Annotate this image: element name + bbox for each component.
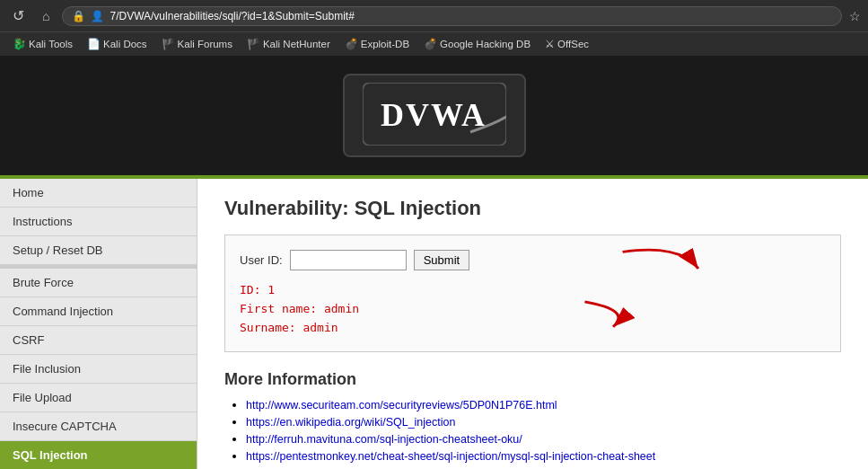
sidebar-item-csrf[interactable]: CSRF <box>0 326 197 355</box>
browser-chrome: ↺ ⌂ 🔒 👤 ☆ <box>0 0 868 31</box>
more-info-section: More Information http://www.securiteam.c… <box>224 370 841 469</box>
sidebar-item-home[interactable]: Home <box>0 179 197 208</box>
sidebar-item-file-inclusion[interactable]: File Inclusion <box>0 355 197 384</box>
svg-text:DVWA: DVWA <box>381 97 487 133</box>
home-button[interactable]: ⌂ <box>37 7 55 25</box>
sidebar-item-insecure-captcha[interactable]: Insecure CAPTCHA <box>0 412 197 441</box>
submit-button[interactable]: Submit <box>414 250 469 270</box>
back-button[interactable]: ↺ <box>7 5 30 26</box>
info-link-2[interactable]: https://en.wikipedia.org/wiki/SQL_inject… <box>246 416 455 429</box>
sidebar-item-instructions[interactable]: Instructions <box>0 208 197 236</box>
exploit-db-label: Exploit-DB <box>361 39 409 49</box>
info-link-1[interactable]: http://www.securiteam.com/securityreview… <box>246 399 557 411</box>
google-hacking-db-label: Google Hacking DB <box>440 39 530 49</box>
address-bar: 🔒 👤 <box>62 6 842 26</box>
google-hacking-db-icon: 💣 <box>424 38 437 50</box>
list-item: http://ferruh.mavituna.com/sql-injection… <box>246 432 841 446</box>
kali-nethunter-icon: 🏴 <box>247 38 260 50</box>
kali-nethunter-label: Kali NetHunter <box>263 39 330 49</box>
more-info-title: More Information <box>224 370 841 389</box>
exploit-db-icon: 💣 <box>345 38 358 50</box>
kali-forums-label: Kali Forums <box>178 39 232 49</box>
more-info-list: http://www.securiteam.com/securityreview… <box>224 398 841 469</box>
bookmarks-bar: 🐉 Kali Tools 📄 Kali Docs 🏴 Kali Forums 🏴… <box>0 31 868 56</box>
info-link-4[interactable]: https://pentestmonkey.net/cheat-sheet/sq… <box>246 450 655 463</box>
sidebar-item-brute-force[interactable]: Brute Force <box>0 269 197 297</box>
user-icon: 👤 <box>91 10 104 22</box>
bookmark-kali-docs[interactable]: 📄 Kali Docs <box>82 36 153 52</box>
user-id-input[interactable] <box>290 250 407 270</box>
content-area: Vulnerability: SQL Injection User ID: Su… <box>197 179 868 469</box>
list-item: https://en.wikipedia.org/wiki/SQL_inject… <box>246 415 841 429</box>
kali-docs-icon: 📄 <box>87 38 101 50</box>
list-item: https://pentestmonkey.net/cheat-sheet/sq… <box>246 449 841 463</box>
sidebar-item-sql-injection[interactable]: SQL Injection <box>0 441 197 469</box>
security-icon: 🔒 <box>72 10 85 22</box>
dvwa-header: DVWA <box>0 56 868 179</box>
result-line-2: First name: admin <box>240 300 826 319</box>
offsec-label: OffSec <box>557 39 589 49</box>
sidebar-item-command-injection[interactable]: Command Injection <box>0 297 197 326</box>
info-link-3[interactable]: http://ferruh.mavituna.com/sql-injection… <box>246 433 522 446</box>
kali-tools-icon: 🐉 <box>13 38 26 50</box>
result-line-3: Surname: admin <box>240 319 826 338</box>
kali-forums-icon: 🏴 <box>162 38 175 50</box>
bookmark-google-hacking-db[interactable]: 💣 Google Hacking DB <box>418 36 536 52</box>
main-layout: Home Instructions Setup / Reset DB Brute… <box>0 179 868 469</box>
result-line-1: ID: 1 <box>240 281 826 300</box>
bookmark-exploit-db[interactable]: 💣 Exploit-DB <box>339 36 415 52</box>
bookmark-kali-nethunter[interactable]: 🏴 Kali NetHunter <box>241 36 336 52</box>
url-input[interactable] <box>110 10 832 22</box>
offsec-icon: ⚔ <box>545 38 555 50</box>
user-id-label: User ID: <box>240 253 283 267</box>
kali-tools-label: Kali Tools <box>29 39 73 49</box>
sidebar-item-file-upload[interactable]: File Upload <box>0 384 197 412</box>
bookmark-offsec[interactable]: ⚔ OffSec <box>539 36 594 52</box>
kali-docs-label: Kali Docs <box>103 39 147 49</box>
sidebar-item-setup-reset-db[interactable]: Setup / Reset DB <box>0 236 197 265</box>
bookmark-kali-forums[interactable]: 🏴 Kali Forums <box>156 36 238 52</box>
dvwa-logo: DVWA <box>343 74 526 157</box>
bookmark-star-icon[interactable]: ☆ <box>849 9 861 23</box>
query-result: ID: 1 First name: admin Surname: admin <box>240 281 826 337</box>
form-box: User ID: Submit ID: 1 First name: admin … <box>224 234 841 352</box>
dvwa-logo-svg: DVWA <box>363 83 506 146</box>
page-title: Vulnerability: SQL Injection <box>224 197 841 220</box>
form-row: User ID: Submit <box>240 250 826 270</box>
sidebar: Home Instructions Setup / Reset DB Brute… <box>0 179 197 469</box>
list-item: http://www.securiteam.com/securityreview… <box>246 398 841 411</box>
bookmark-kali-tools[interactable]: 🐉 Kali Tools <box>7 36 78 52</box>
